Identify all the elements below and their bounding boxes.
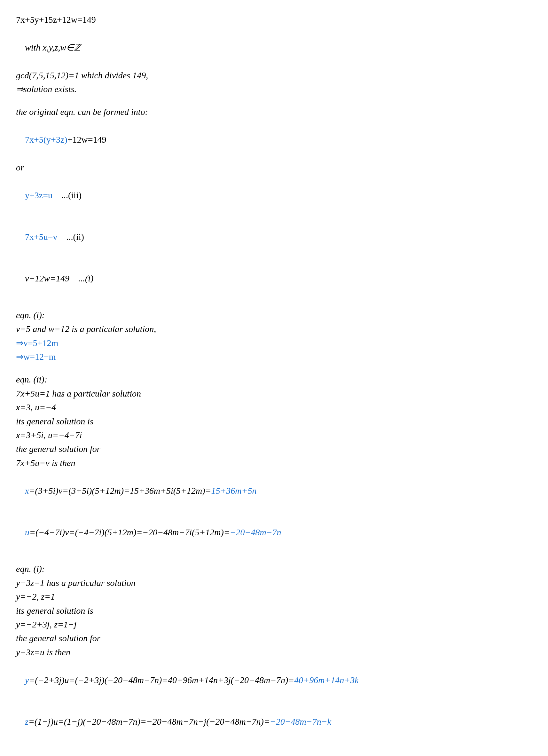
system-solution: ⇒ { x=15+36m+5n y=40+96m+14n+3k z=−20−48… (16, 754, 532, 756)
eqn-iii-y-plain: =(−2+3j)u=(−2+3j)(−20−48m−7n)=40+96m+14n… (29, 675, 294, 685)
eqn-iii-for: y+3z=u is then (16, 645, 532, 659)
spacer-2 (16, 299, 532, 308)
eqn-ii-x-blue-end: 15+36m+5n (211, 486, 256, 496)
eqn-ii-particular: 7x+5u=1 has a particular solution (16, 387, 532, 400)
domain-line: with x,y,z,w∈ℤ (16, 27, 532, 68)
eqn-ii-u-blue-end: −20−48m−7n (230, 527, 281, 537)
math-content: 7x+5y+15z+12w=149 with x,y,z,w∈ℤ gcd(7,5… (16, 13, 532, 756)
substitution-v: 7x+5u=v ...(ii) (16, 216, 532, 257)
eqn-iii-y-blue-start: y (25, 675, 29, 685)
eqn-iii-y-blue-end: 40+96m+14n+3k (294, 675, 358, 685)
eqn-ii-u-blue-start: u (25, 527, 29, 537)
or-line: or (16, 161, 532, 174)
eqn-ii-general: x=3+5i, u=−4−7i (16, 428, 532, 442)
eqn-iii-for-text: the general solution for (16, 631, 532, 645)
eqn-ii-u-plain: =(−4−7i)v=(−4−7i)(5+12m)=−20−48m−7i(5+12… (29, 527, 230, 537)
eq-i: v+12w=149 ...(i) (16, 258, 532, 299)
eqn-iii-z-blue-start: z (25, 717, 28, 727)
solution-exists: ⇒solution exists. (16, 82, 532, 96)
eqn-iii-general: y=−2+3j, z=1−j (16, 618, 532, 631)
eqn-ii-header: eqn. (ii): (16, 373, 532, 386)
eqn-ii-x-plain: =(3+5i)v=(3+5i)(5+12m)=15+36m+5i(5+12m)= (29, 486, 211, 496)
domain-text: with x,y,z,w∈ (25, 43, 74, 52)
eqn-i-header: eqn. (i): (16, 308, 532, 322)
eqn-ii-general-text: its general solution is (16, 414, 532, 428)
sub-u-plain: ...(iii) (52, 190, 82, 200)
eq-i-plain: v+12w=149 ...(i) (25, 273, 93, 283)
substitution-u: y+3z=u ...(iii) (16, 174, 532, 216)
eqn-iii-z-plain: =(1−j)u=(1−j)(−20−48m−7n)=−20−48m−7n−j(−… (28, 717, 270, 727)
left-brace: { (27, 753, 46, 756)
eqn-iii-header: eqn. (i): (16, 562, 532, 576)
eqn-i-w: ⇒w=12−m (16, 350, 532, 364)
equation-main: 7x+5y+15z+12w=149 (16, 13, 532, 27)
eqn-iii-z-line: z=(1−j)u=(1−j)(−20−48m−7n)=−20−48m−7n−j(… (16, 701, 532, 742)
domain-Z: ℤ (74, 43, 81, 52)
eqn-iii-general-text: its general solution is (16, 604, 532, 618)
sub-v-blue: 7x+5u=v (25, 232, 58, 242)
factored-plain: +12w=149 (67, 135, 106, 145)
eqn-ii-u-line: u=(−4−7i)v=(−4−7i)(5+12m)=−20−48m−7i(5+1… (16, 511, 532, 553)
sub-u-blue: y+3z=u (25, 190, 52, 200)
sub-v-plain: ...(ii) (58, 232, 84, 242)
spacer-3 (16, 364, 532, 373)
eqn-iii-z-blue-end: −20−48m−7n−k (270, 717, 331, 727)
eqn-iii-values: y=−2, z=1 (16, 590, 532, 603)
eqn-ii-for: 7x+5u=v is then (16, 456, 532, 470)
eqn-iii-y-line: y=(−2+3j)u=(−2+3j)(−20−48m−7n)=40+96m+14… (16, 659, 532, 701)
formed-into: the original eqn. can be formed into: (16, 105, 532, 119)
spacer-4 (16, 553, 532, 562)
eqn-ii-values: x=3, u=−4 (16, 400, 532, 414)
eqn-i-particular: v=5 and w=12 is a particular solution, (16, 322, 532, 336)
factored-eq: 7x+5(y+3z)+12w=149 (16, 119, 532, 161)
eqn-i-v: ⇒v=5+12m (16, 336, 532, 350)
spacer-1 (16, 96, 532, 105)
spacer-5 (16, 743, 532, 752)
eqn-ii-x-blue-start: x (25, 486, 29, 496)
eqn-iii-particular: y+3z=1 has a particular solution (16, 576, 532, 590)
eqn-ii-for-text: the general solution for (16, 442, 532, 456)
factored-blue: 7x+5(y+3z) (25, 135, 67, 145)
eqn-ii-x-line: x=(3+5i)v=(3+5i)(5+12m)=15+36m+5i(5+12m)… (16, 470, 532, 511)
gcd-line: gcd(7,5,15,12)=1 which divides 149, (16, 68, 532, 82)
